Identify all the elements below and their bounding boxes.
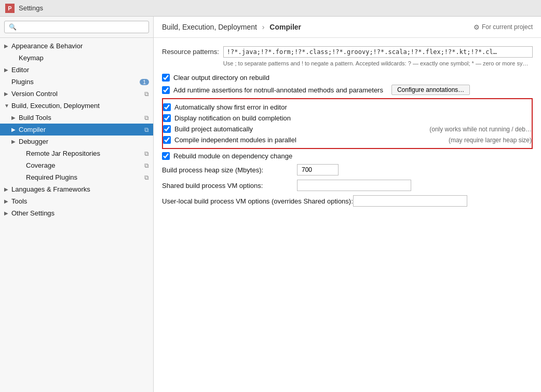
sidebar-item-compiler[interactable]: ▶ Compiler ⧉ <box>0 124 153 136</box>
resource-patterns-help: Use ; to separate patterns and ! to nega… <box>223 60 533 67</box>
sidebar-item-label: Debugger <box>19 138 149 145</box>
project-link[interactable]: ⚙ For current project <box>474 23 533 31</box>
sidebar-item-label: Coverage <box>26 161 142 169</box>
expand-arrow: ▼ <box>4 103 11 109</box>
content-body: Resource patterns: !?*.java;!?*.form;!?*… <box>154 38 541 219</box>
sidebar-item-label: Remote Jar Repositories <box>26 150 142 157</box>
sidebar-item-label: Compiler <box>19 126 142 133</box>
heap-size-label: Build process heap size (Mbytes): <box>162 166 297 174</box>
resource-patterns-field: !?*.java;!?*.form;!?*.class;!?*.groovy;!… <box>223 46 533 58</box>
compile-parallel-label[interactable]: Compile independent modules in parallel <box>174 136 296 144</box>
expand-arrow: ▶ <box>11 127 19 132</box>
checkbox-clear-output: Clear output directory on rebuild <box>162 74 533 82</box>
add-runtime-checkbox[interactable] <box>162 86 170 94</box>
project-link-label: For current project <box>482 23 533 31</box>
red-border-group: Automatically show first error in editor… <box>162 98 533 149</box>
sidebar-item-label: Editor <box>11 66 149 74</box>
user-local-vm-input[interactable] <box>353 195 467 207</box>
sidebar-item-other-settings[interactable]: ▶ Other Settings <box>0 207 153 219</box>
sidebar-item-coverage[interactable]: Coverage ⧉ <box>0 159 153 171</box>
copy-icon: ⧉ <box>144 162 149 169</box>
rebuild-module-checkbox[interactable] <box>162 152 170 160</box>
copy-icon: ⧉ <box>144 126 149 133</box>
clear-output-label[interactable]: Clear output directory on rebuild <box>173 74 269 82</box>
search-input[interactable] <box>4 21 149 33</box>
sidebar-item-editor[interactable]: ▶ Editor <box>0 64 153 76</box>
sidebar-item-build-tools[interactable]: ▶ Build Tools ⧉ <box>0 112 153 124</box>
copy-icon: ⧉ <box>144 114 149 121</box>
sidebar-item-label: Other Settings <box>11 209 149 217</box>
heap-size-input[interactable] <box>297 164 339 175</box>
sidebar-item-version-control[interactable]: ▶ Version Control ⧉ <box>0 88 153 100</box>
sidebar-item-label: Required Plugins <box>26 173 142 181</box>
sidebar-tree: ▶ Appearance & Behavior Keymap ▶ Editor … <box>0 38 153 221</box>
display-notification-checkbox[interactable] <box>163 114 171 122</box>
field-heap-size: Build process heap size (Mbytes): <box>162 164 533 175</box>
expand-arrow: ▶ <box>11 139 19 144</box>
sidebar-item-languages[interactable]: ▶ Languages & Frameworks <box>0 183 153 195</box>
sidebar-item-keymap[interactable]: Keymap <box>0 52 153 64</box>
expand-arrow: ▶ <box>4 67 11 73</box>
expand-arrow: ▶ <box>4 91 11 97</box>
sidebar-item-label: Build, Execution, Deployment <box>11 102 149 110</box>
sidebar-item-label: Build Tools <box>19 114 142 121</box>
auto-show-error-label[interactable]: Automatically show first error in editor <box>174 103 287 111</box>
sidebar-item-label: Version Control <box>11 90 142 98</box>
sidebar-item-remote-jar[interactable]: Remote Jar Repositories ⧉ <box>0 147 153 159</box>
compile-parallel-note: (may require larger heap size) <box>438 137 532 144</box>
sidebar-item-plugins[interactable]: Plugins 1 <box>0 76 153 88</box>
checkbox-compile-parallel: Compile independent modules in parallel … <box>163 136 532 144</box>
clear-output-checkbox[interactable] <box>162 74 170 82</box>
sidebar-item-required-plugins[interactable]: Required Plugins ⧉ <box>0 171 153 183</box>
gear-icon: ⚙ <box>474 23 480 31</box>
checkbox-build-auto: Build project automatically (only works … <box>163 125 532 133</box>
search-box[interactable] <box>0 17 153 38</box>
breadcrumb: Build, Execution, Deployment › Compiler <box>162 23 301 31</box>
field-user-local-vm: User-local build process VM options (ove… <box>162 195 533 207</box>
rebuild-module-label[interactable]: Rebuild module on dependency change <box>173 152 292 160</box>
copy-icon: ⧉ <box>144 150 149 157</box>
sidebar-item-tools[interactable]: ▶ Tools <box>0 195 153 207</box>
auto-show-error-checkbox[interactable] <box>163 103 171 111</box>
copy-icon: ⧉ <box>144 90 149 98</box>
sidebar: ▶ Appearance & Behavior Keymap ▶ Editor … <box>0 17 154 392</box>
breadcrumb-parent[interactable]: Build, Execution, Deployment <box>162 23 257 31</box>
expand-arrow: ▶ <box>4 43 11 49</box>
resource-patterns-row: Resource patterns: !?*.java;!?*.form;!?*… <box>162 46 533 67</box>
expand-arrow: ▶ <box>11 115 19 120</box>
title-bar: P Settings <box>0 0 541 17</box>
content-header: Build, Execution, Deployment › Compiler … <box>154 17 541 38</box>
configure-annotations-button[interactable]: Configure annotations… <box>391 85 470 95</box>
content-area: Build, Execution, Deployment › Compiler … <box>154 17 541 392</box>
sidebar-item-label: Plugins <box>11 78 140 86</box>
expand-arrow: ▶ <box>4 186 11 192</box>
sidebar-item-debugger[interactable]: ▶ Debugger <box>0 136 153 147</box>
display-notification-label[interactable]: Display notification on build completion <box>174 114 291 122</box>
sidebar-item-label: Appearance & Behavior <box>11 42 149 50</box>
add-runtime-label[interactable]: Add runtime assertions for notnull-annot… <box>173 86 383 94</box>
sidebar-item-label: Languages & Frameworks <box>11 185 149 193</box>
copy-icon: ⧉ <box>144 174 149 181</box>
resource-patterns-values: !?*.java;!?*.form;!?*.class;!?*.groovy;!… <box>223 46 533 67</box>
sidebar-item-appearance[interactable]: ▶ Appearance & Behavior <box>0 40 153 52</box>
field-shared-vm: Shared build process VM options: <box>162 180 533 191</box>
breadcrumb-separator: › <box>262 23 265 31</box>
checkbox-auto-show-error: Automatically show first error in editor <box>163 103 532 111</box>
checkbox-rebuild-module: Rebuild module on dependency change <box>162 152 533 160</box>
plugins-badge: 1 <box>140 79 149 85</box>
breadcrumb-current: Compiler <box>269 23 301 31</box>
shared-vm-input[interactable] <box>297 180 411 191</box>
app-icon: P <box>5 4 15 13</box>
checkbox-add-runtime: Add runtime assertions for notnull-annot… <box>162 85 533 95</box>
main-layout: ▶ Appearance & Behavior Keymap ▶ Editor … <box>0 17 541 392</box>
checkbox-display-notification: Display notification on build completion <box>163 114 532 122</box>
sidebar-item-label: Tools <box>11 197 149 205</box>
shared-vm-label: Shared build process VM options: <box>162 182 297 190</box>
build-auto-checkbox[interactable] <box>163 125 171 133</box>
expand-arrow: ▶ <box>4 210 11 216</box>
compile-parallel-checkbox[interactable] <box>163 136 171 144</box>
sidebar-item-label: Keymap <box>19 54 149 62</box>
build-auto-label[interactable]: Build project automatically <box>174 125 253 133</box>
user-local-vm-label: User-local build process VM options (ove… <box>162 197 353 205</box>
sidebar-item-build-execution[interactable]: ▼ Build, Execution, Deployment <box>0 100 153 112</box>
